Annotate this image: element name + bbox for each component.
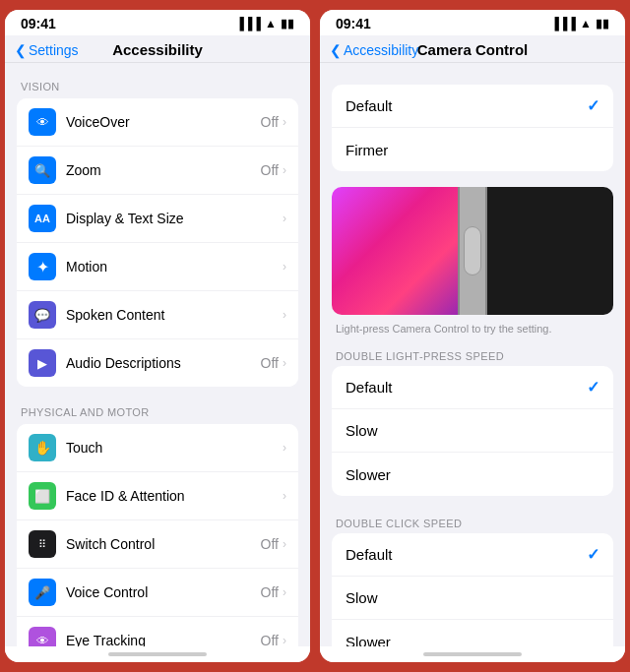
dc-checkmark: ✓ [587,545,599,564]
default-haptic-label: Default [346,97,587,114]
touch-label: Touch [66,440,283,456]
home-indicator-left [5,646,310,662]
preview-hint: Light-press Camera Control to try the se… [320,319,625,344]
option-firmer[interactable]: Firmer [332,128,613,171]
option-dlp-slower[interactable]: Slower [332,453,613,496]
nav-title-left: Accessibility [112,41,203,58]
section-physical-header: PHYSICAL AND MOTOR [5,402,310,424]
eye-value: Off [261,633,279,646]
voice-value: Off [261,584,279,600]
row-voiceover[interactable]: 👁 VoiceOver Off › [17,98,298,147]
section-vision-header: VISION [5,77,310,98]
option-dc-slow[interactable]: Slow [332,577,613,620]
row-voice[interactable]: 🎤 Voice Control Off › [17,569,298,617]
voiceover-label: VoiceOver [66,114,261,130]
zoom-label: Zoom [66,162,261,178]
left-panel: 09:41 ▐▐▐ ▲ ▮▮ ❮ Settings Accessibility … [5,10,310,662]
audio-value: Off [261,355,279,371]
chevron-icon: › [283,585,286,599]
touch-icon: ✋ [29,434,56,461]
spoken-label: Spoken Content [66,307,283,323]
status-icons-left: ▐▐▐ ▲ ▮▮ [236,17,294,31]
battery-icon: ▮▮ [281,17,294,31]
left-scroll[interactable]: VISION 👁 VoiceOver Off › 🔍 Zoom Off › AA… [5,63,310,646]
nav-title-right: Camera Control [417,41,529,58]
signal-icon: ▐▐▐ [551,17,577,31]
voice-icon: 🎤 [29,579,56,606]
signal-icon: ▐▐▐ [236,17,262,31]
row-audio[interactable]: ▶ Audio Descriptions Off › [17,339,298,387]
voice-label: Voice Control [66,584,261,600]
chevron-icon: › [283,634,286,646]
double-click-group: Default ✓ Slow Slower [332,533,613,646]
camera-preview-inner [332,187,613,315]
zoom-icon: 🔍 [29,156,56,184]
right-scroll[interactable]: Default ✓ Firmer Light-press Camera Cont… [320,63,625,646]
status-bar-left: 09:41 ▐▐▐ ▲ ▮▮ [5,10,310,35]
chevron-icon: › [283,260,286,274]
motion-label: Motion [66,259,283,275]
physical-group: ✋ Touch › ⬜ Face ID & Attention › ⠿ Swit… [17,424,298,646]
row-faceid[interactable]: ⬜ Face ID & Attention › [17,472,298,520]
home-bar-left [108,652,207,656]
home-bar-right [423,652,522,656]
dc-default-label: Default [346,546,587,563]
audio-icon: ▶ [29,349,56,377]
spoken-icon: 💬 [29,301,56,329]
row-display-text[interactable]: AA Display & Text Size › [17,195,298,243]
dc-slow-label: Slow [346,589,599,606]
battery-icon: ▮▮ [596,17,609,31]
preview-dark [487,187,613,315]
eye-icon: 👁 [29,627,56,646]
faceid-icon: ⬜ [29,482,56,510]
chevron-icon: › [283,212,286,225]
faceid-label: Face ID & Attention [66,488,283,504]
row-spoken[interactable]: 💬 Spoken Content › [17,291,298,339]
preview-button-visual [464,226,481,275]
time-right: 09:41 [336,16,371,31]
chevron-icon: › [283,489,286,503]
zoom-value: Off [261,162,279,178]
option-dlp-default[interactable]: Default ✓ [332,366,613,409]
chevron-left-icon: ❮ [15,42,27,58]
audio-label: Audio Descriptions [66,355,261,371]
option-dc-default[interactable]: Default ✓ [332,533,613,577]
status-bar-right: 09:41 ▐▐▐ ▲ ▮▮ [320,10,625,35]
row-touch[interactable]: ✋ Touch › [17,424,298,472]
chevron-icon: › [283,163,286,177]
haptic-group: Default ✓ Firmer [332,85,613,171]
double-light-header: DOUBLE LIGHT-PRESS SPEED [320,344,625,366]
switch-value: Off [261,536,279,552]
back-button-left[interactable]: ❮ Settings [15,42,79,58]
chevron-icon: › [283,356,286,370]
time-left: 09:41 [21,16,56,31]
option-dc-slower[interactable]: Slower [332,620,613,646]
back-button-right[interactable]: ❮ Accessibility [330,42,418,58]
back-label-left: Settings [29,42,79,58]
row-eye[interactable]: 👁 Eye Tracking Off › [17,617,298,646]
row-zoom[interactable]: 🔍 Zoom Off › [17,147,298,195]
row-switch[interactable]: ⠿ Switch Control Off › [17,520,298,569]
right-panel: 09:41 ▐▐▐ ▲ ▮▮ ❮ Accessibility Camera Co… [320,10,625,662]
home-indicator-right [320,646,625,662]
voiceover-value: Off [261,114,279,130]
camera-preview [332,187,613,315]
firmer-label: Firmer [346,142,599,158]
switch-label: Switch Control [66,536,261,552]
chevron-icon: › [283,441,286,455]
status-icons-right: ▐▐▐ ▲ ▮▮ [551,17,609,31]
row-motion[interactable]: ✦ Motion › [17,243,298,291]
chevron-left-icon: ❮ [330,42,342,58]
option-default-haptic[interactable]: Default ✓ [332,85,613,128]
display-label: Display & Text Size [66,211,283,226]
dlp-slow-label: Slow [346,422,599,439]
vision-group: 👁 VoiceOver Off › 🔍 Zoom Off › AA Displa… [17,98,298,387]
dlp-default-label: Default [346,379,587,396]
option-dlp-slow[interactable]: Slow [332,409,613,453]
switch-icon: ⠿ [29,530,56,558]
voiceover-icon: 👁 [29,108,56,136]
nav-bar-right: ❮ Accessibility Camera Control [320,35,625,63]
wifi-icon: ▲ [265,17,277,31]
preview-button-area [458,187,487,315]
motion-icon: ✦ [29,253,56,280]
